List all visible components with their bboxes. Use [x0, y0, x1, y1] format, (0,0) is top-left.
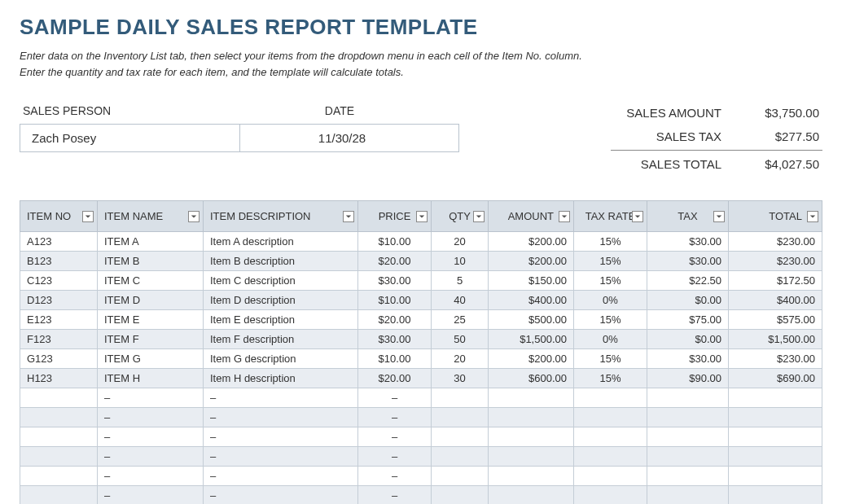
cell-price[interactable]: – [358, 447, 432, 467]
cell-item-name[interactable]: ITEM G [98, 349, 204, 369]
cell-item-description[interactable]: Item G description [204, 349, 358, 369]
cell-item-no[interactable] [20, 408, 98, 427]
cell-tax-rate[interactable]: 15% [574, 252, 647, 271]
cell-item-no[interactable]: G123 [20, 349, 98, 369]
cell-item-name[interactable]: ITEM F [98, 330, 204, 349]
cell-tax-rate[interactable] [574, 408, 647, 427]
cell-tax-rate[interactable]: 15% [574, 271, 647, 291]
cell-price[interactable]: – [358, 486, 432, 505]
cell-total[interactable] [729, 427, 822, 447]
cell-item-no[interactable]: A123 [20, 232, 98, 252]
cell-qty[interactable] [432, 447, 489, 467]
cell-item-name[interactable]: ITEM D [98, 291, 204, 310]
cell-price[interactable]: – [358, 408, 432, 427]
cell-qty[interactable]: 25 [432, 310, 489, 330]
col-total[interactable]: TOTAL [729, 201, 822, 232]
cell-total[interactable]: $172.50 [729, 271, 822, 291]
filter-dropdown-icon[interactable] [416, 211, 428, 222]
cell-qty[interactable] [432, 427, 489, 447]
cell-total[interactable] [729, 467, 822, 486]
cell-amount[interactable]: $600.00 [489, 369, 574, 388]
cell-item-description[interactable]: – [204, 408, 358, 427]
filter-dropdown-icon[interactable] [559, 211, 570, 222]
cell-item-no[interactable] [20, 427, 98, 447]
cell-item-no[interactable] [20, 388, 98, 408]
cell-item-description[interactable]: – [204, 388, 358, 408]
col-qty[interactable]: QTY [432, 201, 489, 232]
cell-price[interactable]: – [358, 467, 432, 486]
cell-tax[interactable] [647, 486, 729, 505]
cell-item-no[interactable]: B123 [20, 252, 98, 271]
filter-dropdown-icon[interactable] [632, 211, 643, 222]
cell-total[interactable]: $230.00 [729, 252, 822, 271]
cell-item-description[interactable]: Item F description [204, 330, 358, 349]
cell-amount[interactable]: $500.00 [489, 310, 574, 330]
cell-item-description[interactable]: Item D description [204, 291, 358, 310]
cell-tax[interactable]: $22.50 [647, 271, 729, 291]
cell-tax-rate[interactable] [574, 388, 647, 408]
cell-item-description[interactable]: Item C description [204, 271, 358, 291]
cell-amount[interactable] [489, 408, 574, 427]
cell-tax[interactable]: $0.00 [647, 330, 729, 349]
col-item-description[interactable]: ITEM DESCRIPTION [204, 201, 358, 232]
cell-tax-rate[interactable] [574, 486, 647, 505]
cell-item-name[interactable]: – [98, 486, 204, 505]
cell-tax[interactable]: $0.00 [647, 291, 729, 310]
cell-item-name[interactable]: – [98, 408, 204, 427]
cell-item-description[interactable]: – [204, 447, 358, 467]
cell-qty[interactable] [432, 388, 489, 408]
cell-amount[interactable] [489, 486, 574, 505]
cell-tax[interactable] [647, 467, 729, 486]
cell-tax[interactable]: $30.00 [647, 252, 729, 271]
cell-total[interactable]: $575.00 [729, 310, 822, 330]
date-input[interactable]: 11/30/28 [240, 125, 444, 151]
sales-person-input[interactable]: Zach Posey [20, 125, 240, 151]
cell-item-description[interactable]: – [204, 427, 358, 447]
cell-item-no[interactable]: C123 [20, 271, 98, 291]
filter-dropdown-icon[interactable] [343, 211, 354, 222]
cell-total[interactable] [729, 388, 822, 408]
cell-item-description[interactable]: Item E description [204, 310, 358, 330]
cell-qty[interactable]: 40 [432, 291, 489, 310]
col-item-name[interactable]: ITEM NAME [98, 201, 204, 232]
cell-item-no[interactable] [20, 486, 98, 505]
cell-item-description[interactable]: – [204, 486, 358, 505]
cell-tax[interactable]: $75.00 [647, 310, 729, 330]
cell-total[interactable]: $1,500.00 [729, 330, 822, 349]
cell-tax[interactable] [647, 427, 729, 447]
cell-amount[interactable]: $150.00 [489, 271, 574, 291]
cell-item-name[interactable]: ITEM B [98, 252, 204, 271]
cell-item-description[interactable]: Item B description [204, 252, 358, 271]
cell-qty[interactable]: 20 [432, 232, 489, 252]
cell-tax-rate[interactable]: 15% [574, 310, 647, 330]
cell-item-no[interactable]: D123 [20, 291, 98, 310]
cell-price[interactable]: $10.00 [358, 232, 432, 252]
cell-amount[interactable]: $200.00 [489, 349, 574, 369]
col-tax-rate[interactable]: TAX RATE [574, 201, 647, 232]
cell-qty[interactable]: 30 [432, 369, 489, 388]
cell-amount[interactable]: $200.00 [489, 232, 574, 252]
filter-dropdown-icon[interactable] [473, 211, 485, 222]
cell-item-name[interactable]: – [98, 388, 204, 408]
cell-tax-rate[interactable]: 15% [574, 369, 647, 388]
col-price[interactable]: PRICE [358, 201, 432, 232]
filter-dropdown-icon[interactable] [188, 211, 200, 222]
cell-amount[interactable]: $400.00 [489, 291, 574, 310]
cell-amount[interactable] [489, 467, 574, 486]
cell-tax-rate[interactable]: 15% [574, 349, 647, 369]
cell-tax-rate[interactable] [574, 427, 647, 447]
col-amount[interactable]: AMOUNT [489, 201, 574, 232]
cell-tax-rate[interactable] [574, 447, 647, 467]
cell-total[interactable]: $230.00 [729, 349, 822, 369]
col-tax[interactable]: TAX [647, 201, 729, 232]
cell-item-name[interactable]: ITEM C [98, 271, 204, 291]
cell-amount[interactable] [489, 388, 574, 408]
cell-price[interactable]: $10.00 [358, 291, 432, 310]
cell-qty[interactable]: 20 [432, 349, 489, 369]
cell-price[interactable]: $30.00 [358, 330, 432, 349]
cell-qty[interactable]: 50 [432, 330, 489, 349]
cell-tax[interactable]: $30.00 [647, 232, 729, 252]
cell-qty[interactable] [432, 408, 489, 427]
cell-item-no[interactable] [20, 467, 98, 486]
cell-total[interactable]: $230.00 [729, 232, 822, 252]
